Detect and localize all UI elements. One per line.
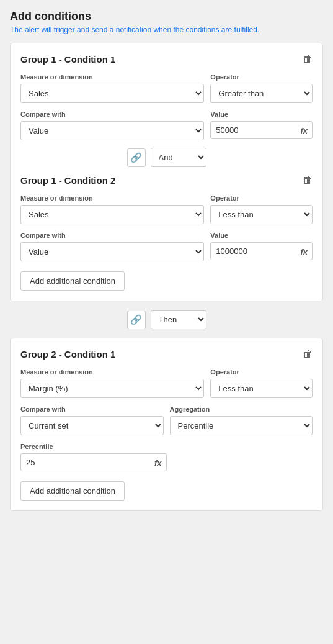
group2-c1-operator-select[interactable]: Greater than Less than Equal to	[210, 379, 313, 398]
group1-c1-value-col: Value fx	[210, 111, 313, 140]
group1-card: Group 1 - Condition 1 🗑 Measure or dimen…	[10, 43, 323, 301]
group1-add-condition-button[interactable]: Add additional condition	[20, 271, 125, 291]
group1-c1-value-wrapper: fx	[210, 121, 313, 139]
group1-c2-operator-col: Operator Greater than Less than Equal to	[210, 194, 313, 224]
group1-link-icon[interactable]: 🔗	[127, 148, 146, 167]
group1-c1-compare-row: Compare with Value Current set Previous …	[20, 111, 313, 140]
group1-connector-select[interactable]: And Or	[151, 148, 206, 167]
group2-c1-aggregation-label: Aggregation	[170, 406, 313, 413]
group1-c1-operator-col: Operator Greater than Less than Equal to	[210, 73, 313, 103]
group2-c1-compare-col: Compare with Value Current set Previous …	[20, 406, 164, 435]
group1-c1-measure-row: Measure or dimension Sales Operator Grea…	[20, 73, 313, 103]
between-groups-connector: 🔗 Then And Or	[10, 310, 323, 329]
group1-c1-compare-select[interactable]: Value Current set Previous period	[20, 121, 204, 140]
group2-c1-compare-label: Compare with	[20, 406, 164, 413]
page-subtitle: The alert will trigger and send a notifi…	[10, 25, 323, 34]
between-groups-link-icon[interactable]: 🔗	[127, 311, 146, 329]
group1-c1-measure-select[interactable]: Sales	[20, 84, 204, 103]
group1-condition2-header: Group 1 - Condition 2 🗑	[20, 175, 313, 186]
group1-c2-value-input[interactable]	[210, 242, 313, 260]
group1-c2-compare-row: Compare with Value Current set Previous …	[20, 232, 313, 261]
between-groups-select[interactable]: Then And Or	[151, 310, 206, 329]
group1-condition1-header: Group 1 - Condition 1 🗑	[20, 53, 313, 65]
group1-c1-fx-button[interactable]: fx	[298, 124, 310, 136]
group1-c1-compare-label: Compare with	[20, 111, 204, 118]
group1-c1-measure-label: Measure or dimension	[20, 73, 204, 81]
group1-c1-operator-label: Operator	[210, 73, 313, 81]
group2-c1-percentile-input[interactable]	[20, 453, 167, 471]
group1-c2-measure-label: Measure or dimension	[20, 194, 204, 202]
group2-condition1-title: Group 2 - Condition 1	[20, 349, 115, 360]
group1-c2-operator-label: Operator	[210, 194, 313, 202]
group1-condition1-delete-icon[interactable]: 🗑	[303, 53, 313, 65]
group1-c2-measure-col: Measure or dimension Sales	[20, 194, 204, 224]
group1-c1-measure-col: Measure or dimension Sales	[20, 73, 204, 103]
group1-c2-fx-button[interactable]: fx	[298, 245, 310, 257]
group2-c1-aggregation-col: Aggregation Percentile Average Sum Min M…	[170, 406, 313, 435]
group2-c1-measure-row: Measure or dimension Margin (%) Sales Op…	[20, 368, 313, 398]
group2-add-condition-button[interactable]: Add additional condition	[20, 481, 125, 501]
group1-condition1-title: Group 1 - Condition 1	[20, 54, 115, 65]
group1-condition2: Group 1 - Condition 2 🗑 Measure or dimen…	[20, 175, 313, 261]
group2-condition1-delete-icon[interactable]: 🗑	[303, 348, 313, 360]
group1-c2-compare-select[interactable]: Value Current set Previous period	[20, 242, 204, 261]
group2-c1-percentile-wrapper: fx	[20, 453, 167, 471]
group1-condition1: Group 1 - Condition 1 🗑 Measure or dimen…	[20, 53, 313, 140]
group2-c1-measure-col: Measure or dimension Margin (%) Sales	[20, 368, 204, 398]
group2-c1-compare-row: Compare with Value Current set Previous …	[20, 406, 313, 435]
group2-c1-operator-col: Operator Greater than Less than Equal to	[210, 368, 313, 398]
group1-c2-value-label: Value	[210, 232, 313, 239]
group2-card: Group 2 - Condition 1 🗑 Measure or dimen…	[10, 338, 323, 511]
group2-c1-percentile-label: Percentile	[20, 443, 313, 450]
group1-c1-value-label: Value	[210, 111, 313, 118]
group2-condition1-header: Group 2 - Condition 1 🗑	[20, 348, 313, 360]
group2-condition1: Group 2 - Condition 1 🗑 Measure or dimen…	[20, 348, 313, 471]
group1-c2-operator-select[interactable]: Greater than Less than Equal to	[210, 205, 313, 224]
group1-c2-compare-col: Compare with Value Current set Previous …	[20, 232, 204, 261]
group1-c2-compare-label: Compare with	[20, 232, 204, 239]
group2-c1-compare-select[interactable]: Value Current set Previous period	[20, 416, 164, 435]
group1-c2-measure-row: Measure or dimension Sales Operator Grea…	[20, 194, 313, 224]
group2-c1-percentile-section: Percentile fx	[20, 443, 313, 471]
group1-c2-measure-select[interactable]: Sales	[20, 205, 204, 224]
group2-c1-operator-label: Operator	[210, 368, 313, 376]
group1-c1-value-input[interactable]	[210, 121, 313, 139]
group1-condition2-title: Group 1 - Condition 2	[20, 175, 115, 186]
group1-condition2-delete-icon[interactable]: 🗑	[303, 175, 313, 186]
group2-c1-aggregation-select[interactable]: Percentile Average Sum Min Max	[170, 416, 313, 435]
group1-connector-row: 🔗 And Or	[20, 148, 313, 167]
page-title: Add conditions	[10, 10, 323, 23]
group2-c1-fx-button[interactable]: fx	[152, 456, 164, 468]
group1-c1-compare-col: Compare with Value Current set Previous …	[20, 111, 204, 140]
group1-c2-value-col: Value fx	[210, 232, 313, 261]
group2-c1-measure-select[interactable]: Margin (%) Sales	[20, 379, 204, 398]
group2-c1-measure-label: Measure or dimension	[20, 368, 204, 376]
group1-c2-value-wrapper: fx	[210, 242, 313, 260]
group1-c1-operator-select[interactable]: Greater than Less than Equal to	[210, 84, 313, 103]
